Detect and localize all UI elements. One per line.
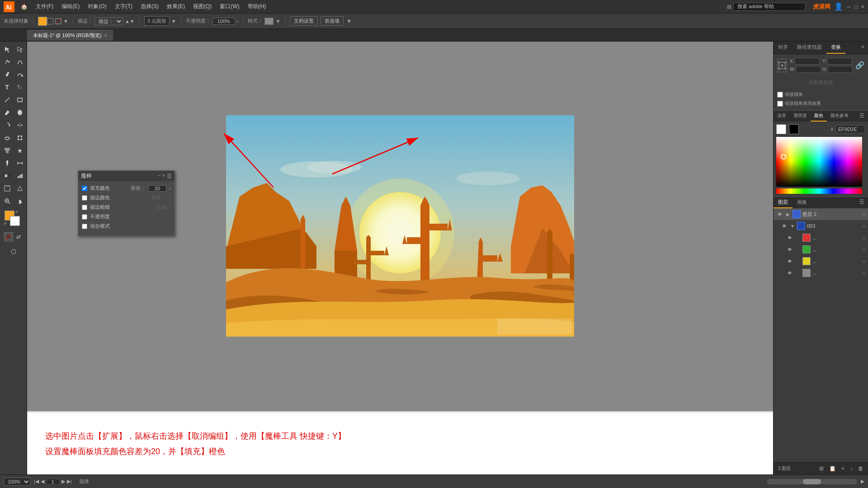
arrow-down-icon[interactable]: ▼ xyxy=(63,19,68,24)
tab-artboards[interactable]: 画板 xyxy=(793,197,811,208)
new-layer-button[interactable]: + xyxy=(840,465,846,473)
hex-input[interactable]: EF9D2E xyxy=(836,125,865,133)
search-input[interactable] xyxy=(733,3,806,11)
gray-layer-lock[interactable]: ○ xyxy=(863,271,865,276)
opacity-input[interactable]: 100% xyxy=(212,18,235,25)
shape-builder-tool[interactable] xyxy=(1,145,13,156)
panel-close-icon[interactable]: × xyxy=(162,173,165,179)
swap-button[interactable]: ⇄ xyxy=(14,232,23,241)
layer-row-gray[interactable]: 👁 ... ○ xyxy=(774,267,868,279)
gradient-tool[interactable] xyxy=(1,170,13,182)
scale-strokes-label[interactable]: 缩放描角 xyxy=(777,91,864,98)
close-icon[interactable]: × xyxy=(861,4,864,10)
green-layer-lock[interactable]: ○ xyxy=(863,247,865,252)
black-swatch[interactable] xyxy=(789,124,799,134)
bar-graph-tool[interactable] xyxy=(14,170,26,182)
extra-tool-1[interactable] xyxy=(8,246,19,258)
tab-pathfinder[interactable]: 路径查找器 xyxy=(793,42,826,54)
warp-tool[interactable] xyxy=(1,132,13,144)
prefs-arrow-icon[interactable]: ▼ xyxy=(346,18,352,24)
measure-tool[interactable] xyxy=(14,157,26,169)
points-arrow-icon[interactable]: ▼ xyxy=(171,19,176,24)
type-tool[interactable]: T xyxy=(1,81,13,93)
menu-home[interactable]: 🏠 xyxy=(17,3,31,11)
move-to-layer-button[interactable]: ↓ xyxy=(848,465,854,473)
opacity-checkbox[interactable] xyxy=(82,214,87,220)
color-panel-menu[interactable]: ☰ xyxy=(856,111,868,122)
fill-tolerance-input[interactable]: 20 xyxy=(148,185,166,192)
layer-row-yellow[interactable]: 👁 ... ○ xyxy=(774,255,868,267)
create-layer-button[interactable]: 📋 xyxy=(827,465,838,473)
tab-color-ref[interactable]: 颜色参考 xyxy=(827,111,852,122)
pen-tool[interactable] xyxy=(1,56,13,68)
live-paint-tool[interactable] xyxy=(14,145,26,156)
y-input[interactable] xyxy=(827,58,852,65)
layout-icon[interactable]: ⊞ xyxy=(727,4,731,10)
scale-strokes-checkbox[interactable] xyxy=(777,92,783,98)
layer003-visibility-icon[interactable]: 👁 xyxy=(781,222,788,230)
white-swatch[interactable] xyxy=(776,124,786,134)
color-spectrum-canvas[interactable] xyxy=(776,137,862,187)
tab-transparency[interactable]: 透明度 xyxy=(790,111,811,122)
layer2-visibility-icon[interactable]: 👁 xyxy=(776,211,783,218)
layer2-lock-icon[interactable]: ○ xyxy=(863,212,865,217)
menu-text[interactable]: 文字(T) xyxy=(111,2,136,11)
eyedropper-tool[interactable] xyxy=(1,157,13,169)
reflect-tool[interactable] xyxy=(14,119,26,131)
menu-window[interactable]: 窗口(W) xyxy=(216,2,243,11)
green-layer-visibility[interactable]: 👁 xyxy=(786,246,793,253)
fill-color-box[interactable] xyxy=(38,17,47,26)
menu-object[interactable]: 对象(O) xyxy=(84,2,110,11)
layer003-lock-icon[interactable]: ○ xyxy=(863,224,865,229)
stroke-color-checkbox[interactable] xyxy=(82,195,87,201)
x-input[interactable] xyxy=(795,58,820,65)
opacity-arrow-icon[interactable]: › xyxy=(237,19,239,24)
transform-anchor[interactable] xyxy=(777,59,787,72)
swap-colors-button[interactable]: ↗ xyxy=(14,210,18,215)
stroke-weight-checkbox[interactable] xyxy=(82,205,87,210)
layer-row-green[interactable]: 👁 ... ○ xyxy=(774,244,868,255)
layer2-expand-icon[interactable]: ▶ xyxy=(785,211,791,217)
paintbrush-tool[interactable] xyxy=(1,107,13,118)
right-panel-close[interactable]: × xyxy=(858,42,868,54)
mode-arrow-icon[interactable]: ▲▼ xyxy=(125,19,135,24)
panel-minimize-icon[interactable]: ─ xyxy=(157,173,160,179)
user-icon[interactable]: 👤 xyxy=(834,2,843,11)
mode-select[interactable]: 插边： xyxy=(94,17,123,25)
hue-slider[interactable] xyxy=(776,188,862,194)
menu-file[interactable]: 文件(F) xyxy=(32,2,57,11)
maximize-icon[interactable]: □ xyxy=(854,4,858,10)
line-tool[interactable] xyxy=(1,94,13,106)
gray-layer-visibility[interactable]: 👁 xyxy=(786,269,793,277)
prev-button[interactable]: ◀ xyxy=(41,479,44,484)
color-spectrum[interactable] xyxy=(776,137,862,187)
stroke-color-box[interactable] xyxy=(47,18,53,24)
zoom-tool[interactable] xyxy=(1,195,13,207)
delete-layer-button[interactable]: 🗑 xyxy=(856,465,865,473)
menu-effect[interactable]: 效果(E) xyxy=(163,2,189,11)
stroke-tolerance-arrow[interactable]: › xyxy=(169,195,171,201)
zoom-select[interactable]: 100% 50% 200% xyxy=(4,478,30,486)
vertical-type-tool[interactable]: T↕ xyxy=(14,81,26,93)
horizontal-scrollbar[interactable] xyxy=(767,479,857,484)
style-preview[interactable] xyxy=(264,18,274,25)
h-input[interactable] xyxy=(828,66,853,73)
direct-selection-tool[interactable] xyxy=(14,43,26,55)
page-input[interactable]: 1 xyxy=(46,479,60,485)
smooth-tool[interactable] xyxy=(14,69,26,80)
menu-view[interactable]: 视图(Q) xyxy=(189,2,215,11)
slice-tool[interactable] xyxy=(14,183,26,194)
red-layer-visibility[interactable]: 👁 xyxy=(786,234,793,241)
tab-gradient[interactable]: 淡变 xyxy=(774,111,790,122)
scrollbar-thumb[interactable] xyxy=(803,479,821,484)
fill-color-checkbox[interactable] xyxy=(82,186,87,191)
tab-align[interactable]: 对齐 xyxy=(774,42,793,54)
layers-menu-icon[interactable]: ☰ xyxy=(856,197,868,208)
layer-row-red[interactable]: 👁 ... ○ xyxy=(774,232,868,244)
layer-row-layer2[interactable]: 👁 ▶ 图层 2 ○ xyxy=(774,208,868,220)
document-tab[interactable]: 未标题-1* @ 100% (RGB/预览) × xyxy=(27,30,113,41)
style-arrow-icon[interactable]: ▼ xyxy=(275,19,280,24)
menu-help[interactable]: 帮助(H) xyxy=(244,2,270,11)
curvature-tool[interactable] xyxy=(14,56,26,68)
doc-settings-button[interactable]: 文档设置 xyxy=(290,16,318,26)
